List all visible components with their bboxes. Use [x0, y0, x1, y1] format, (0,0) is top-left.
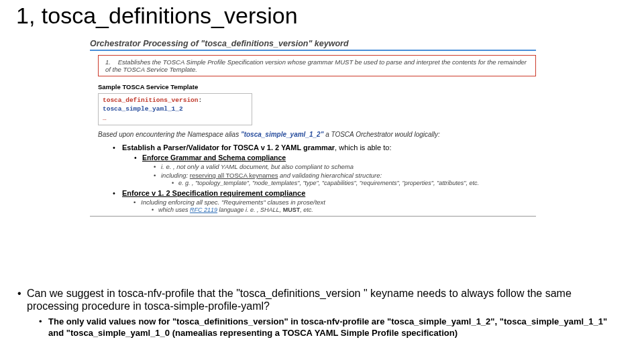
b1a: Enforce Grammar and Schema compliance: [142, 154, 286, 162]
list-item: e. g. , "topology_template", "node_templ…: [178, 180, 536, 186]
spec-bullet-list: Establish a Parser/Validator for TOSCA v…: [122, 143, 536, 213]
list-item: i. e. , not only a valid YAML document, …: [161, 163, 536, 170]
sub-pre: The only valid values now for "tosca_def…: [48, 316, 387, 326]
outer-bullet-list: Can we suggest in tosca-nfv-profile that…: [27, 287, 624, 343]
section-heading: Orchestrator Processing of "tosca_defini…: [90, 39, 536, 51]
valid-value-2: "tosca_simple_yaml_1_1": [500, 316, 607, 326]
inner-spec-block: Orchestrator Processing of "tosca_defini…: [90, 39, 536, 217]
b2ai-pre: which uses: [158, 206, 190, 213]
code-sample: tosca_definitions_version: tosca_simple_…: [98, 93, 252, 125]
based-upon-paragraph: Based upon encountering the Namespace al…: [98, 131, 536, 138]
rfc-link[interactable]: RFC 2119: [190, 206, 217, 213]
enum-text: Establishes the TOSCA Simple Profile Spe…: [105, 58, 527, 73]
list-item: which uses RFC 2119 language i. e. , SHA…: [158, 206, 536, 213]
b2ai-bold: MUST: [283, 206, 301, 213]
b2: Enforce v 1. 2 Specification requirement…: [122, 189, 305, 197]
list-item: Can we suggest in tosca-nfv-profile that…: [27, 287, 624, 339]
outer-question: Can we suggest in tosca-nfv-profile that…: [27, 288, 572, 312]
code-keyword: tosca_definitions_version: [103, 97, 199, 104]
code-colon: :: [199, 97, 203, 104]
b2a: Including enforcing all spec. "Requireme…: [141, 198, 325, 206]
list-item: including: reserving all TOSCA keynames …: [161, 172, 536, 186]
list-item: Establish a Parser/Validator for TOSCA v…: [122, 143, 536, 186]
based-pre: Based upon encountering the Namespace al…: [98, 131, 241, 138]
b1a-ii-post: and validating hierarchical structure:: [278, 172, 382, 179]
b1a-ii-underline: reserving all TOSCA keynames: [190, 172, 278, 179]
valid-value-3: "tosca_simple_yaml_1_0: [66, 328, 170, 338]
sep1: ,: [494, 316, 499, 326]
code-ellipsis: …: [103, 115, 107, 122]
slide-title: 1, tosca_definitions_version: [16, 3, 298, 29]
enum-box: 1. Establishes the TOSCA Simple Profile …: [98, 55, 536, 76]
b1-post: , which is able to:: [335, 143, 391, 152]
valid-value-1: "tosca_simple_yaml_1_2": [387, 316, 494, 326]
list-item: Enforce Grammar and Schema compliance i.…: [142, 154, 536, 186]
list-item: The only valid values now for "tosca_def…: [48, 316, 624, 339]
sample-label: Sample TOSCA Service Template: [98, 83, 536, 90]
based-post: a TOSCA Orchestrator would logically:: [323, 131, 439, 138]
b2ai-mid: language i. e. , SHALL,: [217, 206, 283, 213]
sep2: and: [48, 328, 66, 338]
b2ai-post: , etc.: [300, 206, 313, 213]
b1a-ii-pre: including:: [161, 172, 190, 179]
enum-number: 1.: [105, 58, 116, 66]
based-quoted: "tosca_simple_yaml_1_2": [241, 131, 323, 138]
sub-post: (namealias representing a TOSCA YAML Sim…: [170, 328, 458, 338]
list-item: Including enforcing all spec. "Requireme…: [141, 198, 536, 213]
b1-bold: Establish a Parser/Validator for TOSCA v…: [122, 143, 335, 152]
code-value: tosca_simple_yaml_1_2: [103, 105, 183, 113]
list-item: Enforce v 1. 2 Specification requirement…: [122, 189, 536, 213]
